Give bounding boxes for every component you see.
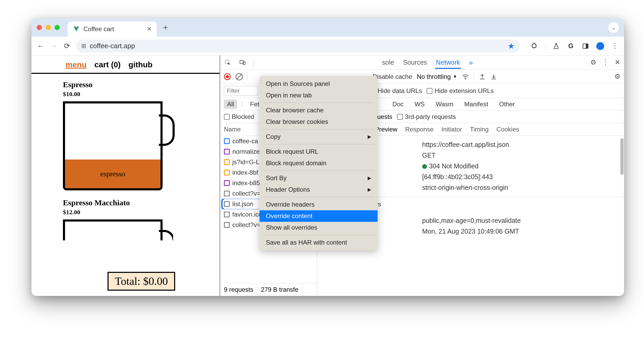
remote-address: [64:ff9b::4b02:3c05]:443 xyxy=(422,173,619,181)
ctx-block-domain[interactable]: Block request domain xyxy=(260,157,378,169)
tab-title: Coffee cart xyxy=(83,25,114,33)
ctx-open-sources[interactable]: Open in Sources panel xyxy=(260,78,378,90)
filter-other[interactable]: Other xyxy=(496,100,518,109)
record-button[interactable] xyxy=(224,73,231,80)
ctx-clear-cookies[interactable]: Clear browser cookies xyxy=(260,116,378,128)
back-button[interactable]: ← xyxy=(37,42,45,50)
site-info-icon[interactable]: ⊞ xyxy=(81,43,86,49)
svg-rect-1 xyxy=(586,44,588,48)
ctx-save-har[interactable]: Save all as HAR with content xyxy=(260,237,378,248)
filter-ws[interactable]: WS xyxy=(411,100,428,109)
nav-menu-link[interactable]: menu xyxy=(66,60,87,69)
header-value: Mon, 21 Aug 2023 10:49:06 GMT xyxy=(422,228,619,235)
nav-github-link[interactable]: github xyxy=(128,60,153,69)
separator xyxy=(474,73,474,81)
cart-total[interactable]: Total: $0.00 xyxy=(108,272,175,291)
address-bar[interactable]: ⊞ coffee-cart.app ★ xyxy=(76,40,520,53)
svg-point-5 xyxy=(465,79,466,80)
filter-all[interactable]: All xyxy=(224,100,237,109)
google-icon[interactable]: G xyxy=(567,42,575,50)
network-settings-gear-icon[interactable]: ⚙ xyxy=(614,73,620,81)
filter-manifest[interactable]: Manifest xyxy=(461,100,491,109)
ctx-open-new-tab[interactable]: Open in new tab xyxy=(260,90,378,101)
ctx-sort-by-submenu[interactable]: Sort By▶ xyxy=(260,172,378,184)
clear-button[interactable] xyxy=(235,73,243,80)
header-value: public,max-age=0,must-revalidate xyxy=(422,217,619,224)
hide-ext-urls-checkbox[interactable]: Hide extension URLs xyxy=(427,87,493,95)
ctx-override-headers[interactable]: Override headers xyxy=(260,199,378,210)
detail-tab-timing[interactable]: Timing xyxy=(470,126,489,133)
blocked-checkbox[interactable]: Blocked xyxy=(224,113,254,120)
filter-doc[interactable]: Doc xyxy=(389,100,407,109)
chevron-down-icon: ▼ xyxy=(453,74,457,79)
product-price: $10.00 xyxy=(63,91,219,98)
minimize-window-button[interactable] xyxy=(46,25,51,30)
ctx-copy-submenu[interactable]: Copy▶ xyxy=(260,131,378,142)
chevron-right-icon: ▶ xyxy=(368,175,371,181)
url-text: coffee-cart.app xyxy=(90,42,504,50)
css-file-icon xyxy=(224,180,230,186)
close-devtools-icon[interactable]: ✕ xyxy=(615,58,620,67)
js-file-icon xyxy=(224,170,230,175)
new-tab-button[interactable]: + xyxy=(163,23,168,32)
disable-cache-checkbox[interactable]: Disable cache xyxy=(373,73,412,80)
coffee-cup-graphic[interactable] xyxy=(63,219,173,240)
ctx-block-url[interactable]: Block request URL xyxy=(260,146,378,157)
detail-tab-response[interactable]: Response xyxy=(405,126,433,133)
devtools-tab-bar: sole Sources Network » ⚙ ⋮ ✕ xyxy=(220,56,624,70)
filter-input[interactable] xyxy=(224,86,258,96)
close-tab-icon[interactable]: ✕ xyxy=(147,26,152,32)
download-icon[interactable] xyxy=(490,73,497,80)
ctx-clear-cache[interactable]: Clear browser cache xyxy=(260,104,378,116)
maximize-window-button[interactable] xyxy=(55,25,60,30)
vue-favicon-icon xyxy=(73,26,80,32)
profile-avatar-icon[interactable] xyxy=(596,42,604,50)
browser-tab[interactable]: Coffee cart ✕ xyxy=(68,21,157,37)
tab-network[interactable]: Network xyxy=(435,56,461,69)
upload-icon[interactable] xyxy=(479,73,486,80)
extensions-icon[interactable] xyxy=(530,42,538,50)
detail-tab-preview[interactable]: Preview xyxy=(375,126,397,133)
product-price: $12.00 xyxy=(63,209,219,216)
wifi-icon[interactable] xyxy=(462,73,469,80)
device-toggle-icon[interactable] xyxy=(239,59,246,66)
sidepanel-icon[interactable] xyxy=(582,42,589,50)
other-file-icon xyxy=(224,212,230,217)
reload-button[interactable]: ⟳ xyxy=(63,42,71,50)
status-dot-icon xyxy=(422,164,427,169)
page-content: menu cart (0) github Espresso $10.00 esp… xyxy=(31,56,220,296)
ctx-header-options-submenu[interactable]: Header Options▶ xyxy=(260,184,378,195)
transfer-size: 279 B transfe xyxy=(257,283,302,296)
ctx-show-overrides[interactable]: Show all overrides xyxy=(260,222,378,233)
separator xyxy=(253,59,254,67)
detail-tab-initiator[interactable]: Initiator xyxy=(441,126,462,133)
detail-tab-cookies[interactable]: Cookies xyxy=(496,126,519,133)
hide-data-urls-checkbox[interactable]: Hide data URLs xyxy=(378,87,422,95)
tab-sources[interactable]: Sources xyxy=(402,56,428,69)
filter-wasm[interactable]: Wasm xyxy=(433,100,457,109)
ctx-override-content[interactable]: Override content xyxy=(260,210,378,222)
separator xyxy=(263,197,374,197)
more-tabs-icon[interactable]: » xyxy=(469,58,473,67)
kebab-menu-icon[interactable]: ⋮ xyxy=(611,42,619,50)
bookmark-star-icon[interactable]: ★ xyxy=(508,41,515,51)
separator xyxy=(248,73,248,81)
coffee-cup-graphic[interactable]: espresso xyxy=(63,101,173,196)
flask-icon[interactable] xyxy=(552,42,560,50)
tab-console[interactable]: sole xyxy=(381,56,395,69)
scrollbar-thumb[interactable] xyxy=(620,138,624,175)
tab-overflow-button[interactable]: ⌄ xyxy=(608,22,619,33)
cup-handle xyxy=(159,114,175,146)
kebab-menu-icon[interactable]: ⋮ xyxy=(602,58,609,67)
url-bar: ← → ⟳ ⊞ coffee-cart.app ★ G ⋮ xyxy=(31,37,624,56)
status-code: 304 Not Modified xyxy=(422,162,619,170)
separator xyxy=(263,129,374,129)
forward-button[interactable]: → xyxy=(50,42,58,50)
throttling-select[interactable]: No throttling ▼ xyxy=(417,73,457,80)
site-nav: menu cart (0) github xyxy=(31,56,219,74)
inspect-icon[interactable] xyxy=(224,59,232,66)
close-window-button[interactable] xyxy=(37,25,42,30)
third-party-checkbox[interactable]: 3rd-party requests xyxy=(397,113,456,120)
nav-cart-link[interactable]: cart (0) xyxy=(94,60,121,69)
settings-gear-icon[interactable]: ⚙ xyxy=(590,58,596,67)
